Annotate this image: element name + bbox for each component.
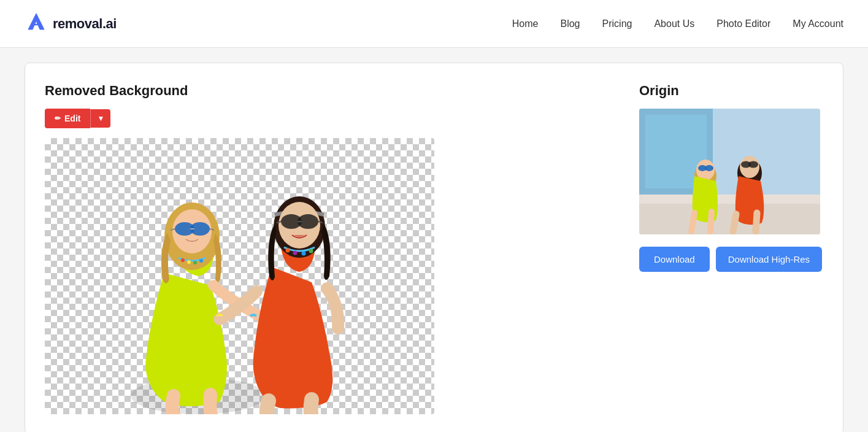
svg-point-35 [748, 161, 758, 168]
edit-dropdown-button[interactable]: ▼ [90, 109, 110, 128]
svg-point-31 [705, 165, 713, 171]
origin-panel: Origin [639, 83, 823, 414]
svg-rect-27 [639, 204, 820, 234]
nav-my-account[interactable]: My Account [793, 18, 843, 29]
svg-point-21 [302, 252, 306, 256]
navigation: Home Blog Pricing About Us Photo Editor … [512, 18, 843, 29]
removed-bg-image [45, 138, 434, 414]
origin-image [639, 109, 820, 234]
svg-point-8 [181, 258, 185, 262]
svg-point-9 [187, 260, 191, 264]
edit-button-label: Edit [64, 114, 80, 123]
nav-blog[interactable]: Blog [560, 18, 580, 29]
download-button[interactable]: Download [639, 247, 710, 272]
download-buttons: Download Download High-Res [639, 247, 823, 272]
main-content: Removed Background ✏ Edit ▼ [0, 48, 868, 432]
header: removal.ai Home Blog Pricing About Us Ph… [0, 0, 868, 48]
removed-bg-panel: Removed Background ✏ Edit ▼ [45, 83, 615, 414]
nav-pricing[interactable]: Pricing [602, 18, 632, 29]
origin-title: Origin [639, 83, 823, 99]
removed-bg-title: Removed Background [45, 83, 615, 99]
dropdown-arrow-icon: ▼ [97, 114, 104, 123]
svg-point-10 [193, 261, 197, 264]
svg-point-22 [309, 249, 313, 253]
download-highres-button[interactable]: Download High-Res [716, 247, 822, 272]
svg-point-19 [286, 249, 290, 253]
logo-icon [25, 11, 48, 37]
nav-photo-editor[interactable]: Photo Editor [716, 18, 770, 29]
svg-point-11 [199, 259, 203, 263]
logo[interactable]: removal.ai [25, 11, 117, 37]
svg-point-20 [293, 251, 298, 255]
nav-home[interactable]: Home [512, 18, 539, 29]
people-cutout [45, 138, 434, 414]
pencil-icon: ✏ [55, 114, 61, 123]
result-card: Removed Background ✏ Edit ▼ [25, 63, 843, 432]
origin-image-inner [639, 109, 820, 234]
nav-about[interactable]: About Us [654, 18, 694, 29]
edit-toolbar: ✏ Edit ▼ [45, 109, 615, 128]
edit-button[interactable]: ✏ Edit [45, 109, 90, 128]
logo-text: removal.ai [53, 16, 117, 32]
